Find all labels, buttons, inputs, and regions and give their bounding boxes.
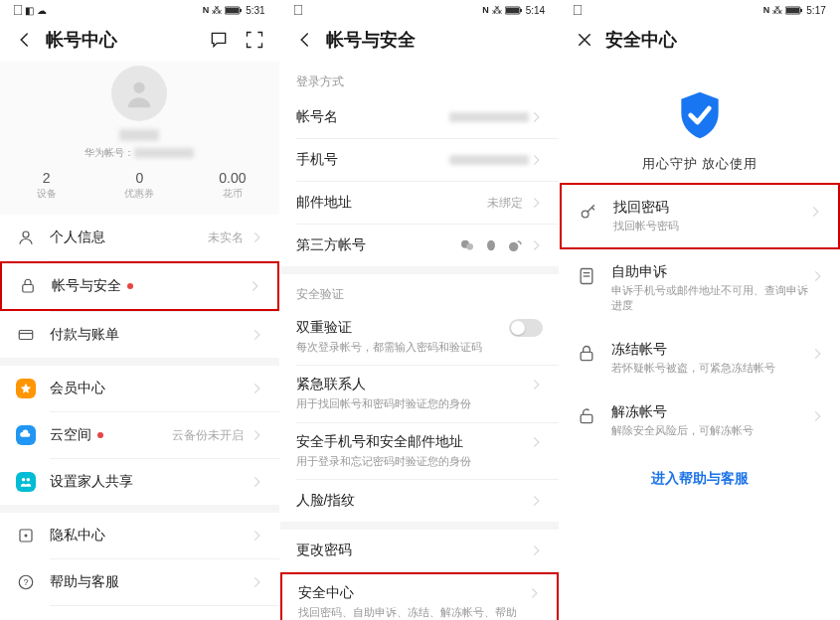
masked-value [449, 155, 529, 165]
svg-point-5 [23, 232, 29, 237]
svg-rect-6 [23, 285, 34, 293]
profile-header: 华为帐号： 2设备 0优惠券 0.00花币 [0, 62, 279, 215]
row-security-center[interactable]: 安全中心 找回密码、自助申诉、冻结、解冻帐号、帮助与客服 [280, 572, 560, 620]
svg-text:?: ? [23, 577, 28, 587]
row-privacy[interactable]: 隐私中心 [0, 513, 279, 558]
chevron-right-icon [808, 205, 822, 219]
back-button[interactable] [294, 29, 316, 51]
status-bar: ◧☁ N ⁂ 5:31 [0, 0, 279, 18]
row-personal-info[interactable]: 个人信息 未实名 [0, 215, 279, 260]
chevron-right-icon [248, 279, 261, 293]
screen-account-security: N⁂5:14 帐号与安全 登录方式 帐号名 手机号 邮件地址 未绑定 第三方帐号… [280, 0, 561, 620]
cloud-icon [16, 425, 36, 445]
svg-rect-32 [581, 352, 592, 360]
weibo-icon [507, 237, 523, 253]
document-icon [576, 265, 597, 287]
chevron-right-icon [810, 347, 824, 361]
shield-header: 用心守护 放心使用 [560, 62, 840, 183]
svg-point-22 [487, 240, 495, 251]
red-dot-indicator [127, 283, 133, 289]
chevron-right-icon [250, 475, 263, 489]
svg-point-9 [22, 478, 26, 482]
stat-devices[interactable]: 2设备 [0, 170, 93, 201]
row-account-name[interactable]: 帐号名 [280, 96, 560, 138]
page-title: 帐号与安全 [326, 28, 416, 52]
chevron-right-icon [810, 269, 824, 283]
row-phone-number[interactable]: 手机号 [280, 139, 560, 181]
toggle-two-factor[interactable] [509, 319, 543, 337]
row-family-share[interactable]: 设置家人共享 [0, 459, 279, 505]
stat-coins[interactable]: 0.00花币 [186, 170, 279, 201]
help-service-link[interactable]: 进入帮助与客服 [560, 452, 840, 506]
lock-icon [18, 276, 38, 296]
svg-rect-16 [294, 5, 302, 15]
family-icon [16, 472, 36, 492]
chevron-right-icon [527, 586, 541, 600]
qq-icon [483, 237, 499, 253]
screen-security-center: N⁂5:17 安全中心 用心守护 放心使用 找回密码找回帐号密码 自助申诉申诉手… [560, 0, 840, 620]
wechat-icon [459, 237, 475, 253]
row-two-factor[interactable]: 双重验证 每次登录帐号，都需输入密码和验证码 [280, 309, 560, 365]
back-button[interactable] [14, 29, 36, 51]
sim-icon [14, 5, 22, 15]
chevron-right-icon [250, 328, 263, 342]
third-party-icons [459, 237, 523, 253]
close-button[interactable] [574, 29, 595, 51]
row-emergency-contact[interactable]: 紧急联系人 用于找回帐号和密码时验证您的身份 [280, 366, 560, 421]
svg-rect-24 [574, 5, 582, 15]
row-unfreeze-account[interactable]: 解冻帐号解除安全风险后，可解冻帐号 [560, 389, 840, 452]
privacy-icon [16, 526, 36, 545]
chat-icon[interactable] [208, 29, 230, 51]
scan-icon[interactable] [244, 29, 265, 51]
battery-icon [225, 6, 243, 15]
page-title: 安全中心 [605, 28, 677, 52]
row-third-party[interactable]: 第三方帐号 [280, 225, 560, 266]
chevron-right-icon [250, 529, 263, 542]
row-member-center[interactable]: 会员中心 [0, 366, 279, 411]
chevron-right-icon [250, 231, 263, 244]
svg-point-10 [27, 478, 30, 482]
chevron-right-icon [529, 196, 543, 210]
svg-rect-27 [800, 9, 802, 12]
row-self-appeal[interactable]: 自助申诉申诉手机号或邮件地址不可用、查询申诉进度 [560, 249, 840, 327]
stat-coupons[interactable]: 0优惠券 [93, 170, 187, 201]
svg-point-12 [25, 535, 28, 538]
svg-point-28 [583, 211, 589, 218]
row-account-security[interactable]: 帐号与安全 [0, 261, 279, 311]
masked-value [449, 112, 529, 122]
help-icon: ? [16, 572, 36, 592]
row-email[interactable]: 邮件地址 未绑定 [280, 182, 560, 224]
row-face-fingerprint[interactable]: 人脸/指纹 [280, 480, 560, 522]
svg-rect-2 [226, 8, 239, 13]
svg-rect-26 [786, 8, 799, 13]
status-time: 5:31 [246, 5, 264, 16]
avatar[interactable] [111, 66, 167, 121]
row-find-password[interactable]: 找回密码找回帐号密码 [560, 183, 840, 249]
shield-icon [672, 87, 728, 143]
row-help[interactable]: ? 帮助与客服 [0, 559, 279, 605]
row-safe-phone-email[interactable]: 安全手机号和安全邮件地址 用于登录和忘记密码时验证您的身份 [280, 423, 560, 479]
section-security-verify: 安全验证 [280, 274, 560, 309]
user-name [0, 127, 279, 144]
chevron-right-icon [529, 435, 543, 449]
chevron-right-icon [529, 494, 543, 508]
svg-rect-18 [506, 8, 519, 13]
shield-slogan: 用心守护 放心使用 [560, 155, 840, 173]
row-change-password[interactable]: 更改密码 [280, 530, 560, 571]
row-payment[interactable]: 付款与账单 [0, 312, 279, 358]
chevron-right-icon [250, 428, 263, 442]
row-cloud[interactable]: 云空间 云备份未开启 [0, 412, 279, 458]
page-title: 帐号中心 [46, 28, 117, 52]
chevron-right-icon [250, 575, 263, 589]
chevron-right-icon [529, 110, 543, 124]
chevron-right-icon [529, 378, 543, 391]
topbar: 帐号中心 [0, 18, 279, 62]
stats-row: 2设备 0优惠券 0.00花币 [0, 160, 279, 205]
row-freeze-account[interactable]: 冻结帐号若怀疑帐号被盗，可紧急冻结帐号 [560, 327, 840, 389]
svg-point-4 [134, 82, 145, 93]
red-dot-indicator [97, 432, 103, 438]
svg-point-21 [467, 243, 474, 250]
row-settings[interactable]: 设置 [0, 606, 279, 620]
chevron-right-icon [529, 153, 543, 167]
svg-rect-0 [14, 5, 22, 15]
